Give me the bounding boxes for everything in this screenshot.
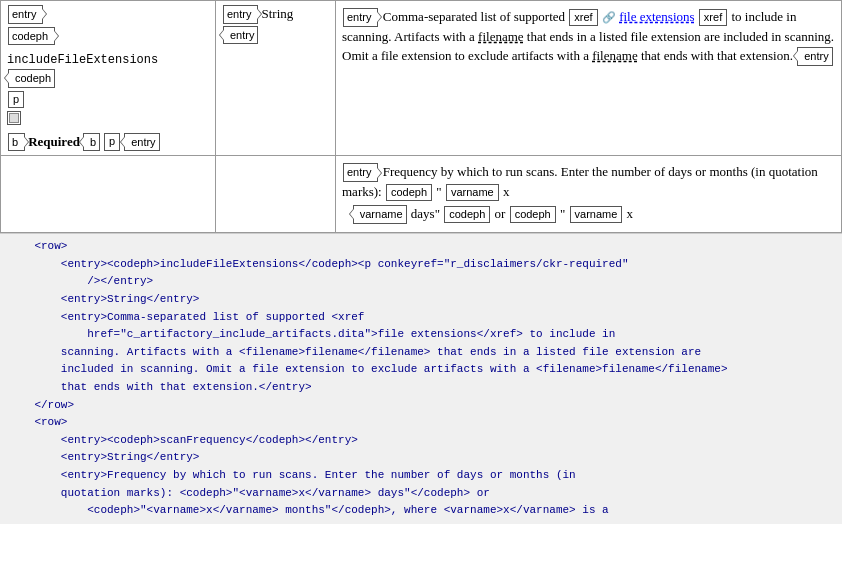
col3-cell: entry Comma-separated list of supported …	[336, 1, 842, 156]
col3-para-1: entry Comma-separated list of supported …	[342, 7, 835, 66]
codeph-tag-1: codeph	[8, 27, 55, 46]
col3-row2: entry Frequency by which to run scans. E…	[336, 156, 842, 233]
small-square-icon	[7, 111, 21, 125]
quote-2: "	[560, 206, 565, 221]
code-line-9: that ends with that extension.</entry>	[8, 379, 834, 397]
code-line-15: quotation marks): <codeph>"<varname>x</v…	[8, 485, 834, 503]
code-line-11: <row>	[8, 414, 834, 432]
quote-1: "	[436, 184, 441, 199]
entry-tag-col2: entry	[223, 5, 258, 24]
days-text: days"	[411, 206, 443, 221]
file-extensions-link[interactable]: file extensions	[619, 9, 694, 24]
code-line-1: <row>	[8, 238, 834, 256]
col2-row2	[216, 156, 336, 233]
codeph-tag-row2: codeph	[386, 184, 432, 201]
required-row: b Required b p entry	[7, 133, 209, 152]
code-line-12: <entry><codeph>scanFrequency</codeph></e…	[8, 432, 834, 450]
table-row-2: entry Frequency by which to run scans. E…	[1, 156, 842, 233]
field-name: includeFileExtensions	[7, 51, 209, 67]
col2-cell: entry String entry	[216, 1, 336, 156]
entry-close-col2: entry	[223, 26, 258, 45]
x2-text: x	[627, 206, 634, 221]
required-text: Required	[28, 134, 80, 150]
varname-tag-2: varname	[570, 206, 623, 223]
code-line-4: <entry>String</entry>	[8, 291, 834, 309]
code-section: <row> <entry><codeph>includeFileExtensio…	[0, 233, 842, 524]
col1-top-tags: entry codeph	[7, 5, 209, 45]
or-text: or	[495, 206, 509, 221]
link-icon: 🔗	[602, 11, 616, 23]
p-icon-row: p	[7, 91, 209, 108]
code-line-8: included in scanning. Omit a file extens…	[8, 361, 834, 379]
col1-row2	[1, 156, 216, 233]
filename-1: filename	[478, 29, 523, 44]
code-line-3: /></entry>	[8, 273, 834, 291]
xref-tag-1: xref	[569, 9, 597, 26]
entry-tag-col3: entry	[343, 8, 378, 27]
entry-close-tag: entry	[124, 133, 159, 152]
x1-sub: x	[503, 184, 510, 199]
b-tag-open: b	[8, 133, 25, 152]
filename-2: filename	[592, 48, 637, 63]
code-line-6: href="c_artifactory_include_artifacts.di…	[8, 326, 834, 344]
varname-tag-1: varname	[446, 184, 499, 201]
varname-close-1: varname	[353, 205, 407, 224]
string-text: String	[261, 6, 293, 22]
small-icon-row	[7, 111, 209, 129]
code-line-5: <entry>Comma-separated list of supported…	[8, 309, 834, 327]
codeph-close-row2: codeph	[444, 206, 490, 223]
col1-cell: entry codeph includeFileExtensions codep…	[1, 1, 216, 156]
code-line-2: <entry><codeph>includeFileExtensions</co…	[8, 256, 834, 274]
p-tag-2: p	[104, 133, 120, 150]
code-line-10: </row>	[8, 397, 834, 415]
p-tag: p	[8, 91, 24, 108]
entry-tag-1: entry	[8, 5, 43, 24]
code-line-7: scanning. Artifacts with a <filename>fil…	[8, 344, 834, 362]
code-line-13: <entry>String</entry>	[8, 449, 834, 467]
b-tag-close: b	[83, 133, 100, 152]
entry-tag-row2: entry	[343, 163, 378, 182]
col2-content: entry String entry	[222, 5, 329, 44]
entry-close-col3: entry	[797, 47, 832, 66]
xref-close-tag: xref	[699, 9, 727, 26]
col3-text-4: that ends with that extension.	[641, 48, 796, 63]
code-line-14: <entry>Frequency by which to run scans. …	[8, 467, 834, 485]
codeph-close-tag: codeph	[8, 69, 55, 88]
col3-row2-para: entry Frequency by which to run scans. E…	[342, 162, 835, 226]
main-table: entry codeph includeFileExtensions codep…	[0, 0, 842, 233]
table-row-1: entry codeph includeFileExtensions codep…	[1, 1, 842, 156]
code-line-16: <codeph>"<varname>x</varname> months"</c…	[8, 502, 834, 520]
codeph-tag-row2-2: codeph	[510, 206, 556, 223]
codeph-tag-mid: codeph	[7, 69, 209, 88]
col3-text-1: Comma-separated list of supported	[383, 9, 569, 24]
